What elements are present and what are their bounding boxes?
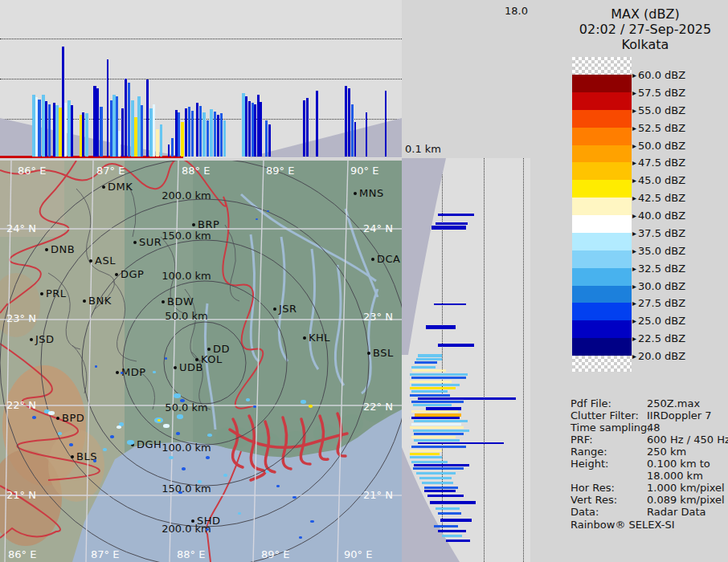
legend-tick-arrow: ▸: [632, 316, 636, 325]
echo-bar: [260, 102, 262, 157]
echo-bar: [245, 96, 247, 157]
product-name: MAX (dBZ): [562, 6, 728, 22]
echo-bar: [385, 91, 386, 157]
radar-echo-blob: [110, 435, 114, 438]
legend-tick-arrow: ▸: [632, 334, 636, 343]
echo-bar: [410, 450, 442, 452]
echo-bar: [156, 129, 159, 157]
echo-bar: [414, 464, 469, 466]
echo-bar: [118, 131, 121, 157]
city-marker-dot: [162, 300, 165, 303]
latitude-label: 24° N: [363, 223, 393, 234]
city-marker-dot: [89, 259, 92, 263]
legend-entry-label: 57.5 dBZ: [638, 87, 685, 99]
city-label: UDB: [179, 361, 203, 373]
echo-bar: [146, 79, 149, 157]
echo-bar: [418, 397, 516, 400]
metadata-label: Pdf File:: [571, 397, 611, 409]
radar-echo-blob: [238, 512, 241, 515]
profile-min-height-label: 0.1 km: [405, 143, 441, 155]
metadata-label: Time sampling:: [571, 422, 651, 434]
echo-bar: [411, 366, 436, 369]
echo-bar: [214, 112, 216, 157]
echo-bar: [413, 430, 469, 432]
echo-bar: [431, 226, 466, 230]
legend-tick-arrow: ▸: [632, 106, 636, 115]
range-ring-label: 150.0 km: [162, 483, 211, 495]
radar-echo-blob: [177, 414, 183, 419]
city-marker-dot: [116, 371, 119, 374]
echo-bar: [196, 103, 198, 157]
longitude-label: 89° E: [261, 549, 289, 560]
city-label: BSL: [373, 347, 394, 359]
legend-color-band: [572, 162, 632, 180]
echo-bar: [410, 453, 440, 455]
range-ring-label: 100.0 km: [162, 270, 211, 282]
echo-bar: [366, 112, 367, 157]
city-label: DCA: [377, 253, 400, 265]
metadata-value: 250Z.max: [647, 397, 700, 409]
legend-entry: ▸50.0 dBZ: [632, 140, 685, 152]
metadata-label: Vert Res:: [571, 494, 617, 506]
legend-color-band: [572, 250, 632, 268]
echo-bar: [188, 107, 190, 157]
legend-entry-label: 40.0 dBZ: [638, 210, 685, 222]
legend-entry: ▸45.0 dBZ: [632, 174, 685, 186]
radar-echo-blob: [95, 365, 97, 368]
city-marker-dot: [30, 338, 33, 341]
city-marker-dot: [354, 192, 357, 195]
echo-bar: [410, 456, 442, 458]
echo-bar: [223, 120, 226, 157]
echo-bar: [424, 487, 458, 489]
city-label: DGH: [137, 438, 162, 450]
legend-entry-label: 52.5 dBZ: [638, 122, 685, 134]
metadata-label: Clutter Filter:: [571, 409, 639, 422]
echo-bar: [268, 124, 271, 157]
latitude-label: 23° N: [363, 312, 393, 323]
legend-color-band: [572, 92, 632, 110]
radar-echo-blob: [309, 405, 313, 408]
city-label: MDP: [121, 366, 146, 378]
radar-echo-blob: [265, 470, 269, 473]
echo-bar: [121, 108, 124, 157]
city-label: JSR: [279, 303, 297, 315]
city-marker-dot: [371, 258, 374, 261]
latitude-label: 23° N: [6, 313, 36, 324]
legend-tick-arrow: ▸: [632, 211, 636, 220]
echo-bar: [416, 472, 456, 474]
legend-color-band: [572, 75, 632, 92]
legend-tick-arrow: ▸: [632, 158, 636, 167]
city-marker-dot: [191, 519, 194, 523]
city-marker-dot: [174, 366, 177, 369]
longitude-label: 90° E: [344, 549, 372, 560]
radar-echo-blob: [256, 218, 258, 220]
echo-bar: [438, 344, 474, 347]
metadata-value: 1.000 km/pixel: [647, 482, 725, 494]
city-label: BDW: [167, 295, 194, 307]
echo-bar: [348, 88, 350, 157]
legend-entry: ▸57.5 dBZ: [632, 87, 685, 99]
echo-bar: [413, 404, 452, 406]
legend-entry-label: 60.0 dBZ: [638, 69, 685, 81]
legend-tick-arrow: ▸: [632, 71, 636, 79]
city-label: SUR: [139, 236, 162, 248]
legend-color-band: [572, 128, 632, 145]
legend-entry-label: 42.5 dBZ: [638, 192, 685, 204]
echo-bar: [413, 467, 464, 470]
legend-transparent-band: [572, 57, 632, 75]
city-marker-dot: [192, 223, 195, 226]
radar-map: 24° N23° N22° N21° N24° N23° N22° N21° N…: [0, 161, 402, 562]
metadata-value: 250 km: [647, 446, 686, 458]
city-label: DGP: [121, 268, 144, 280]
echo-bar: [128, 83, 130, 157]
range-ring-label: 150.0 km: [162, 230, 211, 242]
echo-bar: [412, 369, 446, 372]
city-label: PRL: [46, 287, 67, 299]
legend-tick-arrow: ▸: [632, 352, 636, 360]
city-label: BNK: [88, 295, 112, 307]
radar-echo-blob: [198, 480, 202, 483]
echo-bar: [414, 420, 468, 422]
echo-bar: [411, 423, 461, 426]
radar-echo-blob: [267, 210, 269, 212]
city-label: ASL: [95, 255, 116, 267]
